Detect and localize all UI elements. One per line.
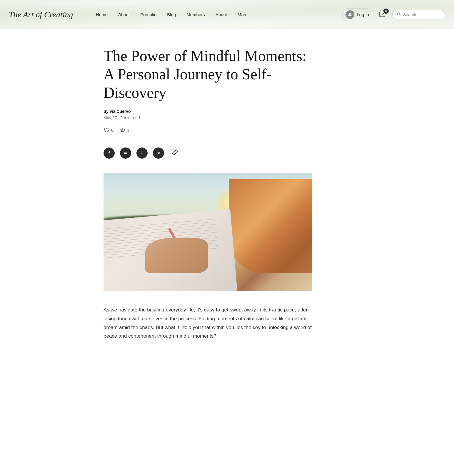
copy-link-button[interactable]: [169, 148, 181, 159]
main-nav: Home About Portfolio Blog Members About …: [91, 10, 342, 19]
share-row: f in P ✕: [104, 148, 350, 159]
article-image: [104, 173, 312, 291]
svg-point-4: [120, 129, 125, 132]
views-number: 3: [127, 128, 129, 133]
nav-blog[interactable]: Blog: [162, 10, 181, 19]
nav-portfolio[interactable]: Portfolio: [136, 10, 161, 19]
login-button[interactable]: Log In: [342, 8, 372, 21]
article-read-time: 2 min read: [121, 115, 140, 120]
heart-icon: [104, 127, 109, 133]
likes-count: 0: [111, 128, 114, 133]
search-icon: [397, 12, 401, 17]
article-body: As we navigate the bustling everyday lif…: [104, 306, 312, 341]
search-input[interactable]: [403, 12, 438, 17]
user-avatar-icon: [345, 10, 354, 19]
link-icon: [172, 150, 178, 157]
article-title: The Power of Mindful Moments: A Personal…: [104, 47, 315, 102]
engagement-row: 0 3: [104, 127, 350, 133]
nav-about-2[interactable]: About: [211, 10, 232, 19]
eye-icon: [119, 127, 125, 133]
site-header: The Art of Creating Home About Portfolio…: [0, 0, 454, 29]
site-title: The Art of Creating: [9, 10, 91, 19]
views-count: 3: [119, 127, 129, 133]
article-meta: May 27 · 2 min read: [104, 115, 350, 120]
image-hand: [145, 238, 208, 273]
cart-button[interactable]: 0: [376, 9, 389, 21]
nav-members[interactable]: Members: [182, 10, 210, 19]
pinterest-icon: P: [141, 151, 143, 155]
twitter-x-icon: ✕: [157, 151, 160, 155]
article-image-placeholder: [104, 173, 312, 291]
nav-home[interactable]: Home: [91, 10, 112, 19]
svg-point-2: [397, 13, 400, 15]
search-box: [392, 10, 445, 19]
share-twitter-button[interactable]: ✕: [153, 148, 164, 159]
cart-count: 0: [383, 9, 389, 14]
nav-about-1[interactable]: About: [114, 10, 134, 19]
share-facebook-button[interactable]: f: [104, 148, 115, 159]
article-author: Sylvia Cuervo: [104, 109, 350, 114]
nav-more[interactable]: More: [233, 10, 252, 19]
likes-button[interactable]: 0: [104, 127, 114, 133]
linkedin-icon: in: [124, 151, 127, 155]
svg-line-3: [400, 15, 401, 16]
article-date: May 27: [104, 115, 117, 120]
share-linkedin-button[interactable]: in: [120, 148, 131, 159]
header-actions: Log In 0: [342, 8, 445, 21]
facebook-icon: f: [109, 151, 110, 155]
login-label: Log In: [357, 12, 369, 17]
divider: [104, 139, 350, 139]
image-hair: [229, 179, 312, 273]
svg-point-5: [121, 130, 123, 131]
share-pinterest-button[interactable]: P: [136, 148, 148, 159]
article-main: The Power of Mindful Moments: A Personal…: [95, 29, 359, 364]
